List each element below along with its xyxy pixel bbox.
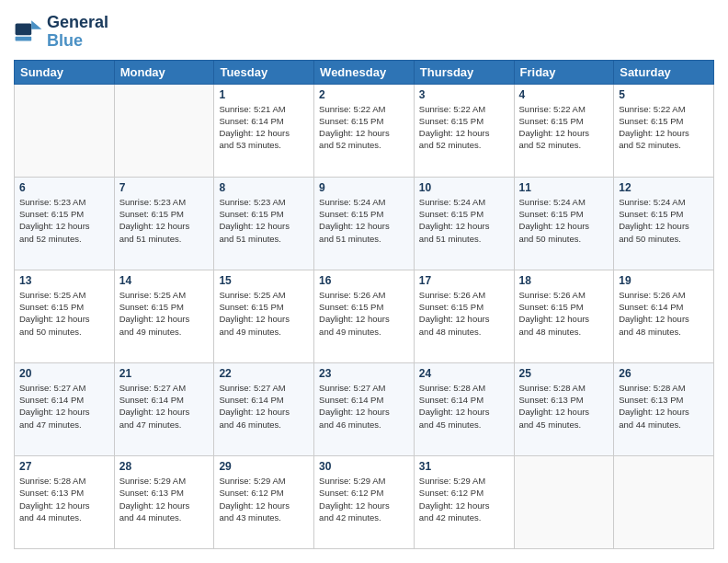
day-cell: 24Sunrise: 5:28 AM Sunset: 6:14 PM Dayli… xyxy=(414,362,514,455)
day-info: Sunrise: 5:26 AM Sunset: 6:15 PM Dayligh… xyxy=(519,289,609,338)
logo-line2: Blue xyxy=(47,32,108,51)
day-number: 29 xyxy=(219,460,309,473)
day-info: Sunrise: 5:28 AM Sunset: 6:13 PM Dayligh… xyxy=(19,475,109,523)
day-number: 18 xyxy=(519,274,609,287)
calendar: SundayMondayTuesdayWednesdayThursdayFrid… xyxy=(14,60,714,549)
day-info: Sunrise: 5:29 AM Sunset: 6:12 PM Dayligh… xyxy=(419,475,509,523)
day-number: 11 xyxy=(519,181,609,194)
day-info: Sunrise: 5:23 AM Sunset: 6:15 PM Dayligh… xyxy=(219,196,309,245)
day-cell: 4Sunrise: 5:22 AM Sunset: 6:15 PM Daylig… xyxy=(514,84,614,177)
day-cell: 13Sunrise: 5:25 AM Sunset: 6:15 PM Dayli… xyxy=(15,270,115,362)
day-cell: 31Sunrise: 5:29 AM Sunset: 6:12 PM Dayli… xyxy=(414,455,514,548)
page: General Blue SundayMondayTuesdayWednesda… xyxy=(0,0,728,563)
calendar-header: SundayMondayTuesdayWednesdayThursdayFrid… xyxy=(15,60,714,84)
weekday-row: SundayMondayTuesdayWednesdayThursdayFrid… xyxy=(15,60,714,84)
logo: General Blue xyxy=(14,14,108,51)
day-info: Sunrise: 5:25 AM Sunset: 6:15 PM Dayligh… xyxy=(219,289,309,338)
day-cell: 6Sunrise: 5:23 AM Sunset: 6:15 PM Daylig… xyxy=(15,177,115,270)
day-cell: 19Sunrise: 5:26 AM Sunset: 6:14 PM Dayli… xyxy=(614,270,714,362)
day-number: 15 xyxy=(219,274,309,287)
day-number: 7 xyxy=(119,181,210,194)
day-info: Sunrise: 5:28 AM Sunset: 6:14 PM Dayligh… xyxy=(419,382,509,431)
header: General Blue xyxy=(14,14,714,51)
day-info: Sunrise: 5:27 AM Sunset: 6:14 PM Dayligh… xyxy=(319,382,409,431)
day-cell: 9Sunrise: 5:24 AM Sunset: 6:15 PM Daylig… xyxy=(314,177,415,270)
weekday-header-friday: Friday xyxy=(514,60,614,84)
weekday-header-thursday: Thursday xyxy=(414,60,514,84)
day-number: 3 xyxy=(419,88,509,101)
weekday-header-sunday: Sunday xyxy=(15,60,115,84)
day-info: Sunrise: 5:21 AM Sunset: 6:14 PM Dayligh… xyxy=(219,103,309,152)
day-number: 5 xyxy=(619,88,709,101)
day-cell xyxy=(15,84,115,177)
day-info: Sunrise: 5:22 AM Sunset: 6:15 PM Dayligh… xyxy=(519,103,609,152)
day-cell: 11Sunrise: 5:24 AM Sunset: 6:15 PM Dayli… xyxy=(514,177,614,270)
day-number: 17 xyxy=(419,274,509,287)
day-info: Sunrise: 5:24 AM Sunset: 6:15 PM Dayligh… xyxy=(419,196,509,245)
day-number: 6 xyxy=(19,181,109,194)
day-cell: 10Sunrise: 5:24 AM Sunset: 6:15 PM Dayli… xyxy=(414,177,514,270)
day-number: 30 xyxy=(319,460,409,473)
day-number: 20 xyxy=(19,367,109,380)
day-info: Sunrise: 5:25 AM Sunset: 6:15 PM Dayligh… xyxy=(19,289,109,338)
week-row-1: 1Sunrise: 5:21 AM Sunset: 6:14 PM Daylig… xyxy=(15,84,714,177)
day-cell: 8Sunrise: 5:23 AM Sunset: 6:15 PM Daylig… xyxy=(214,177,314,270)
day-info: Sunrise: 5:23 AM Sunset: 6:15 PM Dayligh… xyxy=(119,196,210,245)
day-cell: 22Sunrise: 5:27 AM Sunset: 6:14 PM Dayli… xyxy=(214,362,314,455)
day-cell: 23Sunrise: 5:27 AM Sunset: 6:14 PM Dayli… xyxy=(314,362,415,455)
day-cell: 5Sunrise: 5:22 AM Sunset: 6:15 PM Daylig… xyxy=(614,84,714,177)
day-cell: 2Sunrise: 5:22 AM Sunset: 6:15 PM Daylig… xyxy=(314,84,415,177)
day-cell xyxy=(114,84,214,177)
day-info: Sunrise: 5:26 AM Sunset: 6:15 PM Dayligh… xyxy=(319,289,409,338)
day-cell: 15Sunrise: 5:25 AM Sunset: 6:15 PM Dayli… xyxy=(214,270,314,362)
day-number: 13 xyxy=(19,274,109,287)
day-cell: 26Sunrise: 5:28 AM Sunset: 6:13 PM Dayli… xyxy=(614,362,714,455)
day-cell: 21Sunrise: 5:27 AM Sunset: 6:14 PM Dayli… xyxy=(114,362,214,455)
day-number: 28 xyxy=(119,460,210,473)
logo-icon xyxy=(14,17,43,47)
svg-rect-2 xyxy=(16,37,32,41)
svg-marker-1 xyxy=(31,20,41,29)
day-cell: 16Sunrise: 5:26 AM Sunset: 6:15 PM Dayli… xyxy=(314,270,415,362)
day-info: Sunrise: 5:24 AM Sunset: 6:15 PM Dayligh… xyxy=(519,196,609,245)
day-info: Sunrise: 5:23 AM Sunset: 6:15 PM Dayligh… xyxy=(19,196,109,245)
weekday-header-tuesday: Tuesday xyxy=(214,60,314,84)
day-cell: 18Sunrise: 5:26 AM Sunset: 6:15 PM Dayli… xyxy=(514,270,614,362)
day-number: 12 xyxy=(619,181,709,194)
day-number: 2 xyxy=(319,88,409,101)
weekday-header-monday: Monday xyxy=(114,60,214,84)
week-row-2: 6Sunrise: 5:23 AM Sunset: 6:15 PM Daylig… xyxy=(15,177,714,270)
day-cell: 25Sunrise: 5:28 AM Sunset: 6:13 PM Dayli… xyxy=(514,362,614,455)
day-info: Sunrise: 5:27 AM Sunset: 6:14 PM Dayligh… xyxy=(119,382,210,431)
day-info: Sunrise: 5:22 AM Sunset: 6:15 PM Dayligh… xyxy=(619,103,709,152)
day-cell: 3Sunrise: 5:22 AM Sunset: 6:15 PM Daylig… xyxy=(414,84,514,177)
day-number: 21 xyxy=(119,367,210,380)
day-info: Sunrise: 5:28 AM Sunset: 6:13 PM Dayligh… xyxy=(619,382,709,431)
day-info: Sunrise: 5:22 AM Sunset: 6:15 PM Dayligh… xyxy=(419,103,509,152)
day-info: Sunrise: 5:22 AM Sunset: 6:15 PM Dayligh… xyxy=(319,103,409,152)
day-number: 19 xyxy=(619,274,709,287)
day-number: 16 xyxy=(319,274,409,287)
logo-text: General Blue xyxy=(47,14,108,51)
day-cell: 7Sunrise: 5:23 AM Sunset: 6:15 PM Daylig… xyxy=(114,177,214,270)
calendar-body: 1Sunrise: 5:21 AM Sunset: 6:14 PM Daylig… xyxy=(15,84,714,548)
day-number: 27 xyxy=(19,460,109,473)
day-cell: 27Sunrise: 5:28 AM Sunset: 6:13 PM Dayli… xyxy=(15,455,115,548)
day-info: Sunrise: 5:28 AM Sunset: 6:13 PM Dayligh… xyxy=(519,382,609,431)
day-info: Sunrise: 5:24 AM Sunset: 6:15 PM Dayligh… xyxy=(319,196,409,245)
weekday-header-saturday: Saturday xyxy=(614,60,714,84)
day-number: 23 xyxy=(319,367,409,380)
day-number: 25 xyxy=(519,367,609,380)
day-number: 8 xyxy=(219,181,309,194)
week-row-5: 27Sunrise: 5:28 AM Sunset: 6:13 PM Dayli… xyxy=(15,455,714,548)
day-number: 24 xyxy=(419,367,509,380)
day-cell xyxy=(614,455,714,548)
day-cell: 1Sunrise: 5:21 AM Sunset: 6:14 PM Daylig… xyxy=(214,84,314,177)
day-cell: 20Sunrise: 5:27 AM Sunset: 6:14 PM Dayli… xyxy=(15,362,115,455)
svg-rect-0 xyxy=(16,23,32,35)
day-cell: 30Sunrise: 5:29 AM Sunset: 6:12 PM Dayli… xyxy=(314,455,415,548)
day-info: Sunrise: 5:27 AM Sunset: 6:14 PM Dayligh… xyxy=(219,382,309,431)
day-number: 4 xyxy=(519,88,609,101)
week-row-4: 20Sunrise: 5:27 AM Sunset: 6:14 PM Dayli… xyxy=(15,362,714,455)
day-info: Sunrise: 5:25 AM Sunset: 6:15 PM Dayligh… xyxy=(119,289,210,338)
